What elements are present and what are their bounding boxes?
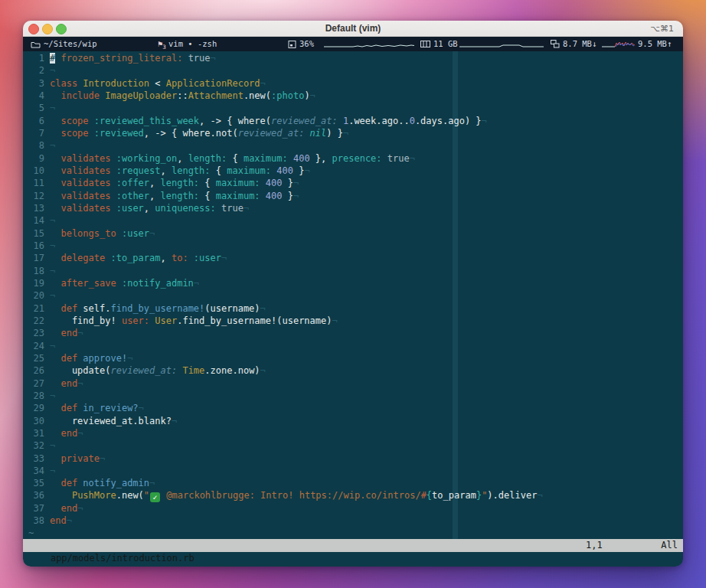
code-line[interactable]: 18¬ (23, 265, 683, 277)
code-line[interactable]: 10 validates :request, length: { maximum… (23, 165, 683, 177)
line-number: 15 (23, 227, 50, 240)
code-line[interactable]: 34¬ (23, 465, 683, 477)
code-token: .days.ago) } (415, 116, 482, 126)
code-line[interactable]: 16¬ (23, 240, 683, 252)
code-token: ApplicationRecord (166, 78, 260, 89)
code-line[interactable]: 22 find_by! user: User.find_by_username!… (23, 315, 683, 327)
code-line[interactable]: 31 end¬ (23, 427, 683, 439)
code-line[interactable]: 6 scope :reviewed_this_week, -> { where(… (23, 115, 683, 127)
eol-char: ¬ (221, 253, 227, 263)
code-line[interactable]: 12 validates :other, length: { maximum: … (23, 190, 683, 202)
eol-char: ¬ (293, 191, 299, 201)
code-line[interactable]: 15 belongs_to :user¬ (23, 227, 683, 240)
code-line[interactable]: 4 include ImageUploader::Attachment.new(… (23, 90, 683, 102)
code-line[interactable]: 8¬ (23, 139, 683, 152)
net-down: 8.7 MB↓ (563, 37, 597, 51)
code-line[interactable]: 21 def self.find_by_username!(username)¬ (23, 302, 683, 315)
eol-char: ¬ (77, 428, 83, 439)
line-number: 33 (23, 452, 50, 465)
eol-char: ¬ (293, 178, 299, 188)
code-line[interactable]: 1# frozen_string_literal: true¬ (23, 52, 683, 64)
line-number: 31 (23, 427, 50, 439)
line-number: 25 (23, 352, 50, 364)
line-number: 19 (23, 277, 50, 289)
code-token: { (199, 191, 216, 201)
code-line[interactable]: 32¬ (23, 439, 683, 452)
code-token: belongs_to (50, 228, 116, 239)
code-token: end (50, 503, 77, 514)
close-button[interactable] (28, 24, 39, 34)
code-line[interactable]: 19 after_save :notify_admin¬ (23, 277, 683, 289)
code-token: .new( (116, 490, 144, 501)
line-number: 20 (23, 289, 50, 302)
code-line[interactable]: 27 end¬ (23, 377, 683, 390)
eol-char: ¬ (67, 515, 72, 526)
code-token: :reviewed (89, 128, 144, 139)
code-line[interactable]: 26 update(reviewed_at: Time.zone.now)¬ (23, 364, 683, 377)
code-line[interactable]: 25 def approve!¬ (23, 352, 683, 364)
eol-char: ¬ (50, 266, 55, 276)
code-token: :offer (110, 178, 149, 188)
code-line[interactable]: 29 def in_review?¬ (23, 402, 683, 414)
eol-char: ¬ (77, 378, 83, 389)
code-token: , (161, 253, 172, 263)
eol-char: ¬ (211, 53, 216, 64)
zoom-button[interactable] (56, 24, 67, 34)
code-line[interactable]: 23 end¬ (23, 327, 683, 339)
minimize-button[interactable] (42, 24, 53, 34)
code-line[interactable]: 14¬ (23, 214, 683, 227)
line-number: 3 (23, 77, 50, 90)
code-line[interactable]: 36 PushMore.new("✓ @marckohlbrugge: Intr… (23, 489, 683, 501)
ram-sparkline (459, 40, 544, 49)
code-token: , -> { where.not( (144, 128, 238, 139)
code-token: :: (177, 90, 188, 101)
code-token: frozen_string_literal: (55, 53, 188, 64)
code-line[interactable]: 20¬ (23, 289, 683, 302)
code-line[interactable]: 11 validates :offer, length: { maximum: … (23, 177, 683, 189)
code-token: length: (161, 191, 200, 201)
code-line[interactable]: 37 end¬ (23, 502, 683, 514)
code-line[interactable]: 2¬ (23, 64, 683, 77)
line-number: 36 (23, 489, 50, 501)
code-token: find_by! (50, 315, 122, 326)
code-token: reviewed_at: (271, 116, 338, 126)
eol-char: ¬ (50, 65, 55, 76)
line-number: 26 (23, 364, 50, 377)
titlebar: Default (vim) ⌥⌘1 (23, 21, 683, 37)
code-line[interactable]: 13 validates :user, uniqueness: true¬ (23, 202, 683, 214)
code-line[interactable]: 3class Introduction < ApplicationRecord¬ (23, 77, 683, 90)
code-token: in_review? (77, 403, 138, 413)
code-token: < (149, 78, 166, 89)
code-token: def (50, 403, 77, 413)
code-token: reviewed_at: (238, 128, 305, 139)
code-line[interactable]: 5¬ (23, 102, 683, 114)
code-token: Time (182, 365, 204, 376)
code-line[interactable]: 9 validates :working_on, length: { maxim… (23, 152, 683, 165)
code-token: } (293, 165, 304, 176)
line-number: 16 (23, 240, 50, 252)
code-line[interactable]: 7 scope :reviewed, -> { where.not(review… (23, 127, 683, 139)
code-token: true (221, 203, 244, 214)
code-token (50, 490, 72, 501)
eol-char: ¬ (127, 353, 132, 364)
session-path: ~/Sites/wip (44, 37, 97, 51)
code-line[interactable]: 33 private¬ (23, 452, 683, 465)
code-line[interactable]: 24¬ (23, 340, 683, 352)
eol-char: ¬ (332, 315, 337, 326)
code-line[interactable]: 28¬ (23, 390, 683, 402)
code-token: :working_on (110, 153, 177, 164)
code-line[interactable]: 17 delegate :to_param, to: :user¬ (23, 252, 683, 264)
code-line[interactable]: 38end¬ (23, 514, 683, 527)
code-line[interactable]: 30 reviewed_at.blank?¬ (23, 415, 683, 427)
tmux-window-tab[interactable]: vim • -zsh (168, 37, 217, 51)
cpu-sparkline (324, 40, 414, 49)
code-token: user: (122, 315, 149, 326)
code-line[interactable]: 35 def notify_admin¬ (23, 477, 683, 489)
vim-editor[interactable]: 1# frozen_string_literal: true¬2¬3class … (23, 51, 683, 539)
code-token: }, (310, 153, 332, 164)
code-token: after_save (50, 278, 116, 289)
code-token: { (199, 178, 216, 188)
window-shortcut-badge: ⌥⌘1 (650, 21, 674, 37)
eol-char: ¬ (260, 365, 266, 376)
code-token: true (387, 153, 410, 164)
